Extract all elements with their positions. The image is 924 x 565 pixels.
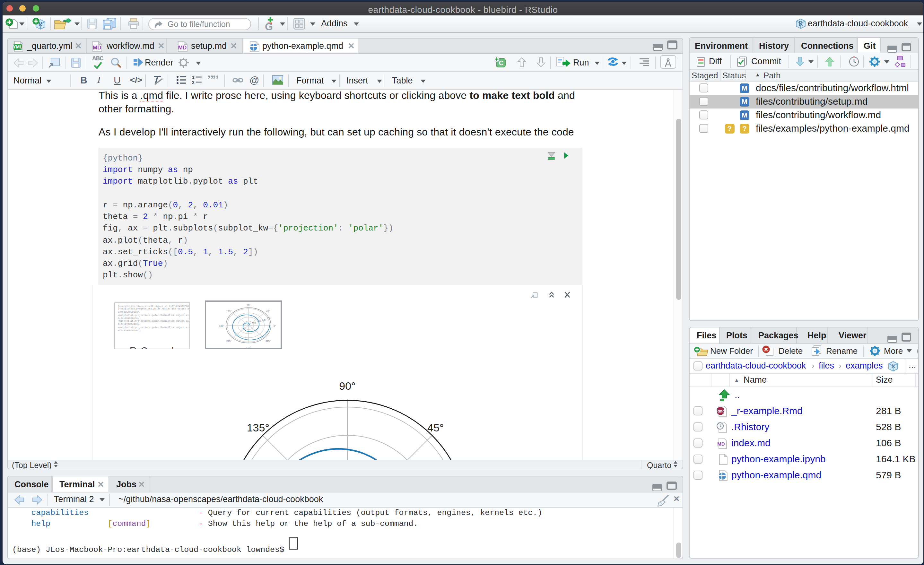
svg-text:R: R	[798, 20, 803, 27]
svg-text:1.0: 1.0	[257, 319, 261, 322]
svg-text:R: R	[891, 363, 895, 369]
svg-text:135°: 135°	[226, 309, 231, 312]
svg-text:225°: 225°	[226, 339, 231, 342]
svg-text:1: 1	[192, 75, 194, 79]
svg-text:90°: 90°	[246, 303, 250, 306]
svg-text:180°: 180°	[219, 324, 224, 327]
svg-text:270°: 270°	[246, 346, 251, 349]
svg-text:G: G	[265, 21, 273, 30]
svg-text:315°: 315°	[265, 339, 270, 342]
svg-text:2.0: 2.0	[267, 316, 270, 319]
svg-text:135°: 135°	[247, 421, 269, 434]
svg-text:C: C	[499, 59, 503, 66]
svg-text:45°: 45°	[266, 309, 270, 312]
svg-text:90°: 90°	[339, 380, 355, 392]
svg-text:MD: MD	[178, 44, 186, 50]
svg-text:MD: MD	[93, 44, 101, 50]
svg-text:YML: YML	[13, 44, 22, 49]
svg-text:Rmd: Rmd	[716, 409, 725, 414]
svg-text:1.5: 1.5	[262, 318, 266, 321]
svg-text:0°: 0°	[273, 324, 276, 327]
svg-text:MD: MD	[717, 441, 724, 447]
svg-text:0.5: 0.5	[252, 321, 256, 324]
svg-text:45°: 45°	[427, 421, 443, 434]
svg-text:2: 2	[192, 79, 194, 84]
